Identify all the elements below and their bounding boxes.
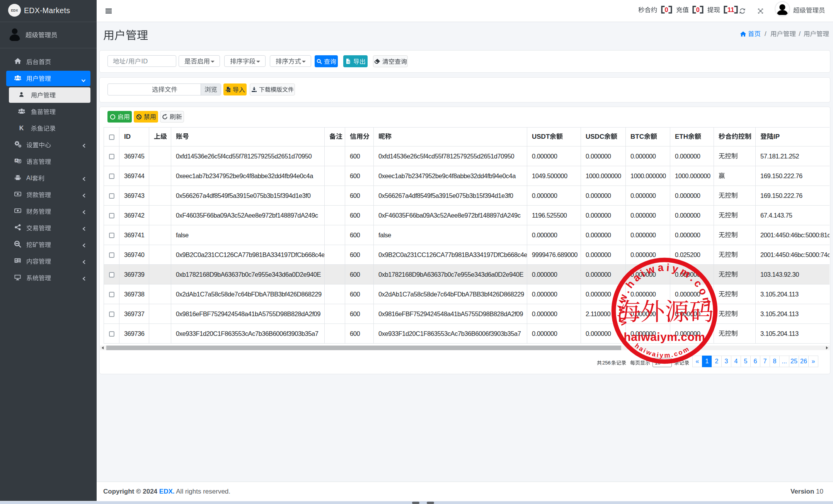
svg-text:haiwaiym.com: haiwaiym.com — [623, 330, 705, 343]
svg-text:A: A — [15, 158, 17, 162]
